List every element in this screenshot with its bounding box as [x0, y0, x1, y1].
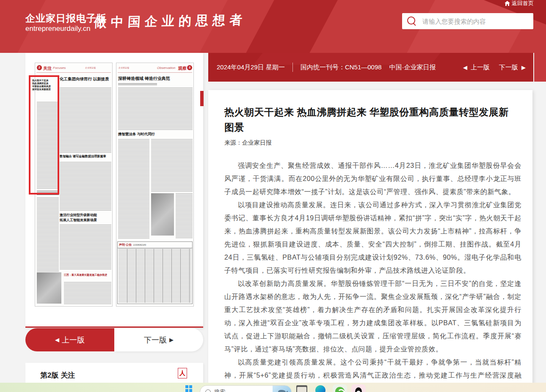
mini-headline: 携智慧法务 与时代同行: [118, 132, 155, 137]
next-arrow-icon: ▶: [169, 337, 174, 343]
thumbnail-text-block: [151, 139, 193, 192]
article-panel: 热火朝天干起来 热血沸腾拼起来 华塑股份重构高质量转型发展新图景 来源：企业家日…: [208, 90, 532, 392]
page-number-badge: 2: [37, 65, 42, 70]
page: 企业家日报电子版 entrepreneurdaily.cn 做中国企业的思想者 …: [0, 0, 546, 392]
mini-headline: 拓展人工智能发展新场景: [60, 218, 97, 222]
prev-page-label: 上一版: [62, 335, 85, 345]
mini-page-right: 企业家日报 Observation 观察 3 深耕铸造领域 铸造行业典范 携智慧…: [116, 63, 194, 307]
home-label: 返回首页: [512, 0, 534, 7]
article-paragraph: 以改革创新助力高质量发展。华塑股份锤炼管理干部“一日无为，三日不安”的自觉，坚定…: [224, 277, 521, 356]
paper-brand: 中国·企业家日报: [389, 63, 436, 71]
mini-headline: 数智融合 谱写金融数据治理新篇章: [60, 154, 106, 159]
site-header: 企业家日报电子版 entrepreneurdaily.cn 做中国企业的思想者 …: [0, 0, 546, 53]
infobar-next-link[interactable]: 下一版: [499, 63, 518, 71]
site-slogan: 做中国企业的思想者: [94, 11, 247, 31]
thumbnail-text-block: [118, 139, 149, 238]
mini-subtitle-line: [118, 83, 157, 85]
thumbnail-scrollbar[interactable]: [200, 91, 204, 106]
prev-arrow-icon: ◀: [463, 64, 467, 71]
qq-icon[interactable]: [351, 384, 366, 392]
notice-ads-grid: [119, 249, 191, 303]
divider: [118, 72, 192, 73]
article-body: 强调安全生产、聚焦经营成效、通报干部作风……4月23日，淮北矿业集团华塑股份早会…: [224, 159, 521, 392]
file-explorer-icon[interactable]: [296, 385, 307, 392]
article-paragraph: 以项目建设推动高质量发展。连日来，该公司通过多种方式，深入学习贯彻淮北矿业集团党…: [224, 198, 521, 277]
home-link[interactable]: 返回首页: [505, 0, 534, 7]
article-source: 来源：企业家日报: [224, 139, 272, 147]
taskbar-search-icon: [205, 389, 211, 392]
notice-section: 声明·公告 13308082189: [117, 241, 193, 304]
issue-number: 国内统一刊号：CN51—0098: [301, 63, 382, 71]
search-input[interactable]: [422, 17, 533, 25]
article-title: 热火朝天干起来 热血沸腾拼起来 华塑股份重构高质量转型发展新图景: [224, 104, 517, 135]
issue-info-bar: 2024年04月29日 星期一 国内统一刊号：CN51—0098 中国·企业家日…: [208, 53, 533, 82]
thumbnail-text-block: [60, 162, 111, 211]
taskbar-search-box[interactable]: 搜索: [200, 385, 292, 392]
search-icon: [407, 16, 416, 26]
taskbar-search-label: 搜索: [214, 388, 273, 392]
issue-date: 2024年04月29日 星期一: [217, 63, 285, 71]
next-arrow-icon: ▶: [521, 64, 526, 71]
site-domain: entrepreneurdaily.cn: [25, 25, 91, 33]
prev-page-button[interactable]: ◀ 上一版: [25, 328, 114, 351]
next-page-label: 下一版: [144, 335, 167, 345]
mini-headline: 化工集团向绿而行 以新提质: [60, 77, 109, 82]
mini-photo: [37, 272, 61, 304]
pdf-icon[interactable]: 人: [178, 368, 187, 378]
divider: [292, 63, 293, 72]
thumbnail-text-block: [60, 225, 111, 270]
thumbnail-text-block: [64, 282, 111, 304]
search-box[interactable]: [402, 13, 533, 29]
mini-photo: [151, 193, 174, 236]
divider: [36, 72, 111, 73]
notice-phone: 13308082189: [133, 244, 146, 246]
mini-headline: 激活行业转型升级新动能: [60, 213, 97, 217]
infobar-prev-link[interactable]: 上一版: [471, 63, 490, 71]
header-right-patch: [534, 53, 546, 82]
highlight-article-title: 热火朝天干起来 热血沸腾拼起来 华塑股份重构高质 量转型发展新图景: [32, 79, 56, 91]
next-page-button[interactable]: 下一版 ▶: [114, 328, 203, 351]
thumbnail-text-block: [118, 88, 193, 130]
home-icon: [505, 1, 510, 6]
section-title-en: Focuses: [53, 66, 66, 70]
article-paragraph: 强调安全生产、聚焦经营成效、通报干部作风……4月23日，淮北矿业集团华塑股份早会…: [224, 159, 521, 198]
page-thumbnail-card: 2 关注 Focuses 企业家日报 化工集团向绿而行 以新提质 数智融合 谱写…: [25, 53, 203, 328]
notice-label: 声明·公告: [119, 243, 132, 247]
section-title: 关注: [43, 66, 52, 71]
section-title-en: Observation: [157, 66, 175, 70]
mini-headline-red: 江西：重大高速最长隧道施工稳步推进: [64, 273, 111, 277]
page-nav: ◀ 上一版 下一版 ▶: [25, 328, 203, 351]
thumbnail-text-block: [60, 88, 111, 153]
section-title: 观察: [178, 66, 187, 71]
masthead: 企业家日报: [85, 66, 96, 69]
masthead: 企业家日报: [119, 66, 129, 69]
page-number-badge: 3: [187, 65, 192, 70]
article-highlight-box[interactable]: [29, 75, 59, 195]
thumbnail-text-block: [176, 193, 193, 238]
start-button[interactable]: [185, 385, 192, 392]
edge-browser-icon[interactable]: [315, 385, 325, 392]
windows-taskbar: 搜索: [0, 383, 546, 392]
prev-arrow-icon: ◀: [55, 337, 59, 343]
page-list-label: 第2版 关注: [40, 370, 75, 380]
search-highlight-image: [273, 386, 291, 392]
mini-headline: 深耕铸造领域 铸造行业典范: [118, 76, 170, 82]
360-browser-icon[interactable]: [333, 384, 347, 392]
